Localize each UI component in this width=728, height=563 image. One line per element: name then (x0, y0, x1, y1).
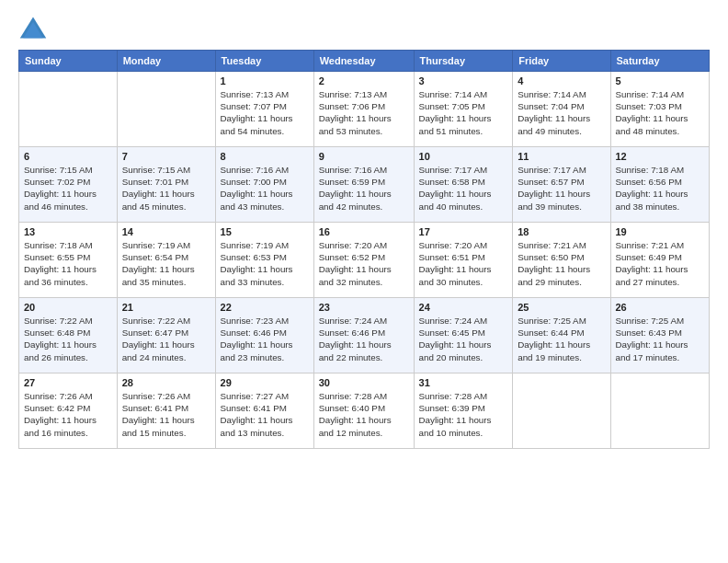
day-number: 21 (122, 302, 210, 313)
day-cell: 21Sunrise: 7:22 AM Sunset: 6:47 PM Dayli… (117, 298, 215, 373)
day-number: 31 (419, 377, 508, 388)
day-info: Sunrise: 7:28 AM Sunset: 6:39 PM Dayligh… (419, 390, 508, 439)
week-row-5: 27Sunrise: 7:26 AM Sunset: 6:42 PM Dayli… (19, 373, 710, 449)
day-cell: 6Sunrise: 7:15 AM Sunset: 7:02 PM Daylig… (19, 147, 118, 223)
day-cell: 13Sunrise: 7:18 AM Sunset: 6:55 PM Dayli… (19, 223, 118, 298)
header-row: SundayMondayTuesdayWednesdayThursdayFrid… (19, 51, 710, 72)
week-row-2: 6Sunrise: 7:15 AM Sunset: 7:02 PM Daylig… (19, 147, 710, 223)
day-info: Sunrise: 7:17 AM Sunset: 6:57 PM Dayligh… (518, 164, 605, 213)
day-info: Sunrise: 7:15 AM Sunset: 7:02 PM Dayligh… (24, 164, 112, 213)
day-number: 2 (319, 75, 409, 86)
day-number: 28 (122, 377, 210, 388)
day-info: Sunrise: 7:25 AM Sunset: 6:44 PM Dayligh… (518, 315, 605, 363)
day-cell: 14Sunrise: 7:19 AM Sunset: 6:54 PM Dayli… (117, 223, 215, 298)
day-number: 16 (319, 226, 409, 237)
day-cell: 17Sunrise: 7:20 AM Sunset: 6:51 PM Dayli… (414, 223, 513, 298)
day-info: Sunrise: 7:24 AM Sunset: 6:45 PM Dayligh… (419, 315, 508, 363)
day-number: 6 (24, 151, 112, 162)
week-row-4: 20Sunrise: 7:22 AM Sunset: 6:48 PM Dayli… (19, 298, 710, 373)
day-info: Sunrise: 7:16 AM Sunset: 7:00 PM Dayligh… (221, 164, 309, 213)
day-info: Sunrise: 7:13 AM Sunset: 7:06 PM Dayligh… (319, 88, 409, 137)
day-info: Sunrise: 7:26 AM Sunset: 6:41 PM Dayligh… (122, 390, 210, 439)
day-number: 20 (24, 302, 112, 313)
day-cell: 11Sunrise: 7:17 AM Sunset: 6:57 PM Dayli… (513, 147, 610, 223)
week-row-3: 13Sunrise: 7:18 AM Sunset: 6:55 PM Dayli… (19, 223, 710, 298)
day-cell: 28Sunrise: 7:26 AM Sunset: 6:41 PM Dayli… (117, 373, 215, 449)
day-number: 29 (221, 377, 309, 388)
day-number: 1 (221, 75, 309, 86)
day-info: Sunrise: 7:19 AM Sunset: 6:53 PM Dayligh… (221, 239, 309, 288)
day-number: 3 (419, 75, 508, 86)
day-number: 24 (419, 302, 508, 313)
day-cell: 15Sunrise: 7:19 AM Sunset: 6:53 PM Dayli… (215, 223, 313, 298)
day-number: 10 (419, 151, 508, 162)
day-number: 15 (221, 226, 309, 237)
day-cell: 20Sunrise: 7:22 AM Sunset: 6:48 PM Dayli… (19, 298, 118, 373)
col-header-monday: Monday (117, 51, 215, 72)
day-cell: 12Sunrise: 7:18 AM Sunset: 6:56 PM Dayli… (610, 147, 710, 223)
day-number: 9 (319, 151, 409, 162)
day-info: Sunrise: 7:17 AM Sunset: 6:58 PM Dayligh… (419, 164, 508, 213)
day-number: 30 (319, 377, 409, 388)
day-cell: 10Sunrise: 7:17 AM Sunset: 6:58 PM Dayli… (414, 147, 513, 223)
day-info: Sunrise: 7:16 AM Sunset: 6:59 PM Dayligh… (319, 164, 409, 213)
col-header-tuesday: Tuesday (215, 51, 313, 72)
day-info: Sunrise: 7:28 AM Sunset: 6:40 PM Dayligh… (319, 390, 409, 439)
day-info: Sunrise: 7:14 AM Sunset: 7:05 PM Dayligh… (419, 88, 508, 137)
day-cell (610, 373, 710, 449)
day-cell: 9Sunrise: 7:16 AM Sunset: 6:59 PM Daylig… (313, 147, 414, 223)
page: SundayMondayTuesdayWednesdayThursdayFrid… (0, 0, 728, 563)
col-header-saturday: Saturday (610, 51, 710, 72)
day-number: 26 (616, 302, 705, 313)
day-number: 27 (24, 377, 112, 388)
day-number: 18 (518, 226, 605, 237)
day-info: Sunrise: 7:22 AM Sunset: 6:48 PM Dayligh… (24, 315, 112, 363)
col-header-thursday: Thursday (414, 51, 513, 72)
day-cell: 31Sunrise: 7:28 AM Sunset: 6:39 PM Dayli… (414, 373, 513, 449)
day-info: Sunrise: 7:24 AM Sunset: 6:46 PM Dayligh… (319, 315, 409, 363)
day-cell: 26Sunrise: 7:25 AM Sunset: 6:43 PM Dayli… (610, 298, 710, 373)
day-cell: 5Sunrise: 7:14 AM Sunset: 7:03 PM Daylig… (610, 72, 710, 147)
day-number: 4 (518, 75, 605, 86)
day-number: 7 (122, 151, 210, 162)
day-number: 23 (319, 302, 409, 313)
day-number: 11 (518, 151, 605, 162)
col-header-friday: Friday (513, 51, 610, 72)
day-cell: 7Sunrise: 7:15 AM Sunset: 7:01 PM Daylig… (117, 147, 215, 223)
header (18, 15, 710, 40)
day-cell: 22Sunrise: 7:23 AM Sunset: 6:46 PM Dayli… (215, 298, 313, 373)
day-info: Sunrise: 7:15 AM Sunset: 7:01 PM Dayligh… (122, 164, 210, 213)
day-info: Sunrise: 7:21 AM Sunset: 6:49 PM Dayligh… (616, 239, 705, 288)
day-info: Sunrise: 7:14 AM Sunset: 7:04 PM Dayligh… (518, 88, 605, 137)
logo (18, 15, 51, 40)
day-info: Sunrise: 7:26 AM Sunset: 6:42 PM Dayligh… (24, 390, 112, 439)
day-cell: 19Sunrise: 7:21 AM Sunset: 6:49 PM Dayli… (610, 223, 710, 298)
day-info: Sunrise: 7:20 AM Sunset: 6:51 PM Dayligh… (419, 239, 508, 288)
day-number: 14 (122, 226, 210, 237)
day-info: Sunrise: 7:19 AM Sunset: 6:54 PM Dayligh… (122, 239, 210, 288)
day-cell (19, 72, 118, 147)
day-info: Sunrise: 7:20 AM Sunset: 6:52 PM Dayligh… (319, 239, 409, 288)
day-cell: 3Sunrise: 7:14 AM Sunset: 7:05 PM Daylig… (414, 72, 513, 147)
day-cell: 23Sunrise: 7:24 AM Sunset: 6:46 PM Dayli… (313, 298, 414, 373)
day-info: Sunrise: 7:23 AM Sunset: 6:46 PM Dayligh… (221, 315, 309, 363)
day-info: Sunrise: 7:21 AM Sunset: 6:50 PM Dayligh… (518, 239, 605, 288)
day-cell (513, 373, 610, 449)
week-row-1: 1Sunrise: 7:13 AM Sunset: 7:07 PM Daylig… (19, 72, 710, 147)
day-info: Sunrise: 7:27 AM Sunset: 6:41 PM Dayligh… (221, 390, 309, 439)
day-cell (117, 72, 215, 147)
calendar-table: SundayMondayTuesdayWednesdayThursdayFrid… (18, 50, 710, 449)
day-cell: 30Sunrise: 7:28 AM Sunset: 6:40 PM Dayli… (313, 373, 414, 449)
day-number: 25 (518, 302, 605, 313)
calendar-header: SundayMondayTuesdayWednesdayThursdayFrid… (19, 51, 710, 72)
day-cell: 2Sunrise: 7:13 AM Sunset: 7:06 PM Daylig… (313, 72, 414, 147)
day-number: 5 (616, 75, 705, 86)
day-cell: 27Sunrise: 7:26 AM Sunset: 6:42 PM Dayli… (19, 373, 118, 449)
day-number: 17 (419, 226, 508, 237)
day-number: 8 (221, 151, 309, 162)
calendar-body: 1Sunrise: 7:13 AM Sunset: 7:07 PM Daylig… (19, 72, 710, 449)
logo-icon (18, 15, 48, 40)
day-info: Sunrise: 7:18 AM Sunset: 6:55 PM Dayligh… (24, 239, 112, 288)
day-cell: 4Sunrise: 7:14 AM Sunset: 7:04 PM Daylig… (513, 72, 610, 147)
day-cell: 16Sunrise: 7:20 AM Sunset: 6:52 PM Dayli… (313, 223, 414, 298)
